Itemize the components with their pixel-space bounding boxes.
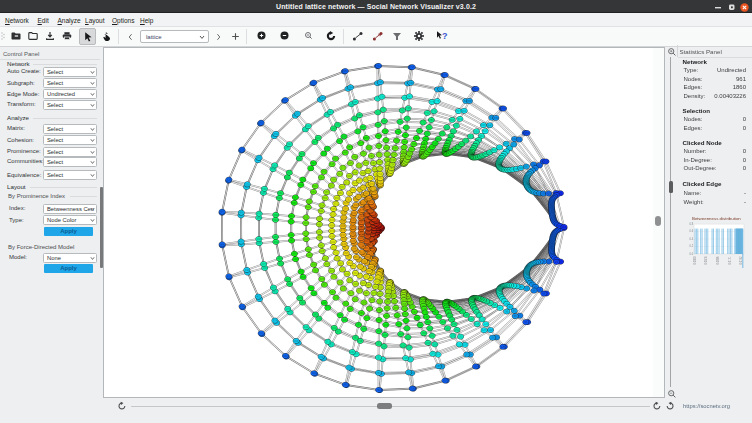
svg-text:0.6: 0.6 — [690, 230, 694, 234]
svg-text:0.2: 0.2 — [690, 245, 694, 249]
svg-text:0.0192: 0.0192 — [739, 256, 743, 264]
svg-text:0.0: 0.0 — [690, 252, 694, 256]
svg-text:0.0096: 0.0096 — [716, 256, 720, 264]
svg-text:0.4: 0.4 — [690, 237, 694, 241]
svg-text:0.0048: 0.0048 — [704, 256, 708, 264]
svg-text:0.0171: 0.0171 — [728, 256, 732, 264]
svg-text:0.0000: 0.0000 — [693, 256, 697, 264]
svg-text:?: ? — [442, 31, 448, 41]
svg-text:0.8: 0.8 — [690, 222, 694, 226]
